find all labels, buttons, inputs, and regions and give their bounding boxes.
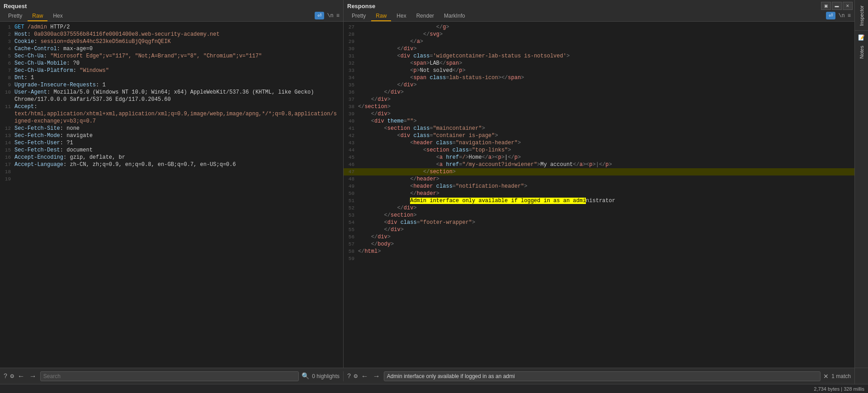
response-search-clear[interactable]: ✕ — [823, 373, 829, 380]
response-line-50: 50 </header> — [344, 190, 854, 197]
request-action-menu[interactable]: ≡ — [336, 13, 340, 19]
response-line-59: 59 — [344, 255, 854, 262]
layout-btn-3[interactable]: ✕ — [843, 2, 853, 10]
request-line-5: 5 Sec-Ch-Ua: "Microsoft Edge";v="117", "… — [0, 52, 343, 60]
response-line-41: 41 <section class="maincontainer"> — [344, 125, 854, 132]
response-line-35: 35 </div> — [344, 81, 854, 89]
response-tab-hex[interactable]: Hex — [392, 11, 410, 21]
response-line-51: 51 Admin interface only available if log… — [344, 197, 854, 204]
request-search-input[interactable] — [40, 371, 299, 381]
response-line-37: 37 </div> — [344, 96, 854, 103]
response-line-29: 29 </a> — [344, 38, 854, 45]
response-action-newline[interactable]: \n — [838, 13, 844, 19]
request-action-wrap[interactable]: ⏎ — [315, 12, 324, 19]
request-line-7: 7 Sec-Ch-Ua-Platform: "Windows" — [0, 67, 343, 74]
response-line-53: 53 </section> — [344, 212, 854, 219]
request-nav-back[interactable]: ← — [17, 372, 26, 380]
request-line-6: 6 Sec-Ch-Ua-Mobile: ?0 — [0, 60, 343, 67]
response-line-48: 48 </header> — [344, 175, 854, 183]
request-line-16: 16 Accept-Encoding: gzip, deflate, br — [0, 154, 343, 161]
request-line-1: 1 GET /admin HTTP/2 — [0, 24, 343, 31]
request-line-18: 18 — [0, 168, 343, 175]
request-line-19: 19 — [0, 175, 343, 183]
request-line-10b: Chrome/117.0.0.0 Safari/537.36 Edg/117.0… — [0, 96, 343, 103]
response-line-32: 32 <span>LAB</span> — [344, 60, 854, 67]
notes-tab[interactable]: Notes — [857, 44, 866, 61]
response-line-49: 49 <header class="notification-header"> — [344, 183, 854, 190]
request-settings-icon[interactable]: ⚙ — [10, 372, 14, 380]
status-text: 2,734 bytes | 328 millis — [814, 386, 864, 392]
response-line-46: 46 <a href="/my-account?id=wiener">My ac… — [344, 161, 854, 168]
response-line-43: 43 <header class="navigation-header"> — [344, 139, 854, 147]
response-tab-render[interactable]: Render — [412, 11, 439, 21]
request-line-10: 10 User-Agent: Mozilla/5.0 (Windows NT 1… — [0, 89, 343, 96]
response-line-40: 40 <div theme=""> — [344, 118, 854, 125]
request-line-15: 15 Sec-Fetch-Dest: document — [0, 147, 343, 154]
response-action-menu[interactable]: ≡ — [848, 13, 851, 19]
response-tab-markinfo[interactable]: MarkInfo — [439, 11, 470, 21]
response-line-44: 44 <section class="top-links"> — [344, 147, 854, 154]
request-line-2: 2 Host: 0a0300ac0375556b84116fe0001400e8… — [0, 31, 343, 38]
request-tab-raw[interactable]: Raw — [28, 11, 47, 21]
response-line-28: 28 </svg> — [344, 31, 854, 38]
response-nav-back[interactable]: ← — [360, 372, 369, 380]
request-search-icon[interactable]: 🔍 — [302, 372, 309, 380]
inspector-tab[interactable]: Inspector — [857, 2, 866, 29]
request-line-17: 17 Accept-Language: zh-CN, zh;q=0.9, en;… — [0, 161, 343, 168]
response-line-36: 36 </div> — [344, 89, 854, 96]
response-nav-forward[interactable]: → — [372, 372, 381, 380]
response-line-58: 58 </html> — [344, 248, 854, 255]
response-line-52: 52 </div> — [344, 204, 854, 212]
response-line-57: 57 </body> — [344, 241, 854, 248]
response-line-39: 39 </div> — [344, 110, 854, 118]
response-line-30: 30 </div> — [344, 45, 854, 52]
response-action-wrap[interactable]: ⏎ — [826, 12, 835, 19]
response-panel: Response Pretty Raw Hex Render MarkInfo … — [344, 0, 854, 368]
request-help-icon[interactable]: ? — [4, 373, 7, 380]
request-action-newline[interactable]: \n — [327, 13, 333, 19]
request-panel: Request Pretty Raw Hex ⏎ \n ≡ 1 — [0, 0, 344, 368]
request-highlight-count: 0 highlights — [312, 373, 340, 379]
response-line-55: 55 </div> — [344, 226, 854, 233]
request-line-14: 14 Sec-Fetch-User: ?1 — [0, 139, 343, 147]
response-tab-pretty[interactable]: Pretty — [347, 11, 370, 21]
bottom-bar: ? ⚙ ← → 🔍 0 highlights ? ⚙ ← → ✕ 1 match — [0, 368, 868, 384]
response-line-47: 47 </section> — [344, 168, 854, 175]
request-nav-forward[interactable]: → — [28, 372, 38, 380]
response-line-27: 27 </g> — [344, 24, 854, 31]
response-line-38: 38 </section> — [344, 103, 854, 110]
request-line-12: 12 Sec-Fetch-Site: none — [0, 125, 343, 132]
response-line-31: 31 <div class='widgetcontainer-lab-statu… — [344, 52, 854, 60]
request-line-11c: igned-exchange;v=b3;q=0.7 — [0, 118, 343, 125]
request-title: Request — [4, 3, 340, 9]
request-line-11: 11 Accept: — [0, 103, 343, 110]
request-tab-hex[interactable]: Hex — [48, 11, 67, 21]
response-search-bar: ? ⚙ ← → ✕ 1 match — [344, 371, 854, 381]
request-line-13: 13 Sec-Fetch-Mode: navigate — [0, 132, 343, 139]
response-line-34: 34 <span class=lab-status-icon></span> — [344, 74, 854, 81]
window-controls: ▣ ▬ ✕ — [821, 0, 854, 10]
response-code-area[interactable]: 27 </g> 28 </svg> 29 </a> — [344, 22, 854, 368]
response-line-45: 45 <a href=/>Home</a><p>|</p> — [344, 154, 854, 161]
notes-icon[interactable]: 📝 — [858, 32, 865, 44]
response-settings-icon[interactable]: ⚙ — [354, 372, 357, 380]
request-line-3: 3 Cookie: session=dqk0sA4hcS23keD5m6iuBj… — [0, 38, 343, 45]
layout-btn-2[interactable]: ▬ — [832, 2, 842, 10]
response-line-56: 56 </div> — [344, 233, 854, 241]
response-line-33: 33 <p>Not solved</p> — [344, 67, 854, 74]
request-code-area[interactable]: 1 GET /admin HTTP/2 2 Host: 0a0300ac0375… — [0, 22, 343, 368]
request-line-11b: text/html,application/xhtml+xml,applicat… — [0, 110, 343, 118]
request-line-8: 8 Dnt: 1 — [0, 74, 343, 81]
response-tab-raw[interactable]: Raw — [371, 11, 391, 21]
status-bar: 2,734 bytes | 328 millis — [0, 384, 868, 393]
request-line-9: 9 Upgrade-Insecure-Requests: 1 — [0, 81, 343, 89]
response-search-input[interactable] — [384, 371, 821, 381]
response-line-54: 54 <div class="footer-wrapper"> — [344, 219, 854, 226]
response-title: Response — [347, 3, 851, 9]
response-help-icon[interactable]: ? — [347, 373, 351, 380]
request-tab-pretty[interactable]: Pretty — [4, 11, 27, 21]
request-line-4: 4 Cache-Control: max-age=0 — [0, 45, 343, 52]
request-search-bar: ? ⚙ ← → 🔍 0 highlights — [0, 371, 344, 381]
layout-btn-1[interactable]: ▣ — [821, 2, 831, 10]
response-line-42: 42 <div class="container is-page"> — [344, 132, 854, 139]
